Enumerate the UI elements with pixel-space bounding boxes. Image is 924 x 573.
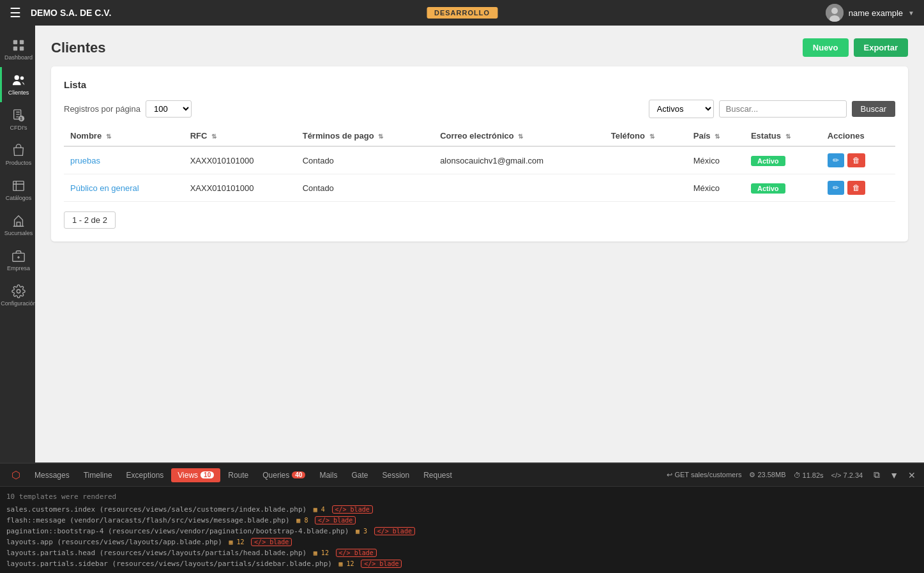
col-telefono: Teléfono ⇅ bbox=[605, 126, 687, 146]
sidebar-item-dashboard[interactable]: Dashboard bbox=[0, 32, 35, 67]
delete-button[interactable]: 🗑 bbox=[847, 153, 865, 167]
env-badge: DESARROLLO bbox=[427, 7, 497, 19]
col-correo: Correo electrónico ⇅ bbox=[434, 126, 605, 146]
col-estatus: Estatus ⇅ bbox=[745, 126, 821, 146]
content-area: Clientes Nuevo Exportar Lista Registros … bbox=[35, 26, 924, 462]
debug-tab-views[interactable]: Views 10 bbox=[171, 468, 220, 482]
records-label: Registros por página bbox=[64, 104, 140, 114]
debug-line: flash::message (vendor/laracasts/flash/s… bbox=[6, 515, 918, 526]
table-row: pruebas XAXX010101000 Contado alonsocaui… bbox=[64, 146, 895, 174]
nombre-link[interactable]: pruebas bbox=[70, 156, 100, 165]
debug-collapse-btn[interactable]: ▼ bbox=[886, 469, 902, 482]
clientes-table: Nombre ⇅ RFC ⇅ Términos de pago ⇅ Correo… bbox=[64, 126, 895, 202]
pagination: 1 - 2 de 2 bbox=[64, 211, 895, 229]
sidebar-label-productos: Productos bbox=[6, 160, 32, 166]
debug-bar-tabs: ⬡ Messages Timeline Exceptions Views 10 … bbox=[0, 464, 924, 487]
debug-tab-timeline[interactable]: Timeline bbox=[77, 468, 119, 482]
search-input[interactable] bbox=[719, 100, 847, 118]
cell-pais: México bbox=[687, 146, 745, 174]
cell-nombre: Público en general bbox=[64, 174, 184, 202]
cell-acciones: ✏ 🗑 bbox=[821, 174, 895, 202]
cell-pais: México bbox=[687, 174, 745, 202]
col-acciones: Acciones bbox=[821, 126, 895, 146]
cell-estatus: Activo bbox=[745, 174, 821, 202]
delete-button[interactable]: 🗑 bbox=[847, 181, 865, 195]
cell-nombre: pruebas bbox=[64, 146, 184, 174]
debug-close-btn[interactable]: ✕ bbox=[905, 469, 919, 482]
page-header: Clientes Nuevo Exportar bbox=[51, 38, 908, 57]
debug-tab-session[interactable]: Session bbox=[375, 468, 416, 482]
col-pais: País ⇅ bbox=[687, 126, 745, 146]
svg-point-1 bbox=[831, 8, 838, 14]
buscar-button[interactable]: Buscar bbox=[852, 101, 895, 117]
svg-rect-6 bbox=[20, 47, 24, 50]
debug-tab-mails[interactable]: Mails bbox=[313, 468, 344, 482]
chevron-down-icon[interactable]: ▼ bbox=[908, 10, 914, 17]
debug-line: sales.customers.index (resources/views/s… bbox=[6, 504, 918, 515]
sidebar-item-clientes[interactable]: Clientes bbox=[0, 67, 35, 102]
cell-acciones: ✏ 🗑 bbox=[821, 146, 895, 174]
debug-tab-messages[interactable]: Messages bbox=[28, 468, 76, 482]
cell-rfc: XAXX010101000 bbox=[184, 174, 296, 202]
hamburger-icon[interactable]: ☰ bbox=[10, 5, 21, 20]
svg-point-15 bbox=[17, 289, 20, 293]
sidebar-label-cfdis: CFDI's bbox=[10, 125, 27, 131]
cell-telefono bbox=[605, 146, 687, 174]
cell-rfc: XAXX010101000 bbox=[184, 146, 296, 174]
svg-rect-4 bbox=[20, 40, 24, 44]
search-area: Activos Inactivos Todos Buscar bbox=[649, 100, 895, 118]
table-row: Público en general XAXX010101000 Contado… bbox=[64, 174, 895, 202]
sidebar-item-catalogos[interactable]: Catálogos bbox=[0, 172, 35, 208]
sidebar-label-clientes: Clientes bbox=[8, 89, 29, 96]
sidebar-label-configuracion: Configuración bbox=[1, 300, 36, 307]
company-name: DEMO S.A. DE C.V. bbox=[31, 8, 111, 18]
debug-tab-exceptions[interactable]: Exceptions bbox=[120, 468, 170, 482]
debug-copy-btn[interactable]: ⧉ bbox=[870, 468, 883, 482]
records-per-page: Registros por página 10 25 50 100 bbox=[64, 100, 192, 118]
sidebar-label-catalogos: Catálogos bbox=[6, 195, 32, 201]
cell-estatus: Activo bbox=[745, 146, 821, 174]
exportar-button[interactable]: Exportar bbox=[854, 38, 908, 57]
svg-rect-13 bbox=[17, 222, 20, 226]
debug-line: pagination::bootstrap-4 (resources/views… bbox=[6, 526, 918, 537]
debug-tab-route[interactable]: Route bbox=[222, 468, 255, 482]
col-rfc: RFC ⇅ bbox=[184, 126, 296, 146]
sidebar-item-sucursales[interactable]: Sucursales bbox=[0, 208, 35, 243]
edit-button[interactable]: ✏ bbox=[828, 181, 844, 195]
sidebar-label-empresa: Empresa bbox=[7, 265, 30, 271]
sidebar-label-sucursales: Sucursales bbox=[4, 230, 33, 236]
debug-version: </> 7.2.34 bbox=[831, 471, 863, 479]
debug-method-route: ↩ GET sales/customers bbox=[667, 471, 741, 479]
debug-tab-queries[interactable]: Queries 40 bbox=[256, 468, 312, 482]
table-toolbar: Registros por página 10 25 50 100 Activo… bbox=[64, 100, 895, 118]
edit-button[interactable]: ✏ bbox=[828, 153, 844, 167]
nuevo-button[interactable]: Nuevo bbox=[803, 38, 849, 57]
debug-controls: ⧉ ▼ ✕ bbox=[870, 468, 919, 482]
svg-rect-5 bbox=[13, 47, 17, 50]
records-select[interactable]: 10 25 50 100 bbox=[146, 100, 192, 118]
user-info: name example ▼ bbox=[826, 4, 914, 22]
page-actions: Nuevo Exportar bbox=[803, 38, 908, 57]
nombre-link[interactable]: Público en general bbox=[70, 183, 139, 193]
sidebar-item-empresa[interactable]: Empresa bbox=[0, 243, 35, 278]
sidebar-item-cfdis[interactable]: $ CFDI's bbox=[0, 102, 35, 137]
main-layout: Dashboard Clientes $ CFDI's bbox=[0, 26, 924, 462]
pagination-label: 1 - 2 de 2 bbox=[64, 211, 116, 229]
username: name example bbox=[849, 8, 903, 18]
sidebar-item-configuracion[interactable]: Configuración bbox=[0, 278, 35, 313]
debug-tab-gate[interactable]: Gate bbox=[345, 468, 374, 482]
debug-bar: ⬡ Messages Timeline Exceptions Views 10 … bbox=[0, 462, 924, 573]
debug-line: layouts.partials.sidebar (resources/view… bbox=[6, 558, 918, 569]
svg-text:$: $ bbox=[20, 116, 22, 121]
cell-correo bbox=[434, 174, 605, 202]
debug-content: 10 templates were renderedsales.customer… bbox=[0, 487, 924, 573]
sidebar-item-productos[interactable]: Productos bbox=[0, 137, 35, 172]
svg-point-7 bbox=[15, 75, 19, 80]
debug-tab-request[interactable]: Request bbox=[417, 468, 458, 482]
cell-terminos: Contado bbox=[296, 174, 434, 202]
cell-correo: alonsocauichv1@gmail.com bbox=[434, 146, 605, 174]
svg-rect-3 bbox=[13, 40, 17, 44]
status-filter[interactable]: Activos Inactivos Todos bbox=[649, 100, 714, 118]
cell-terminos: Contado bbox=[296, 146, 434, 174]
svg-rect-12 bbox=[13, 181, 24, 191]
